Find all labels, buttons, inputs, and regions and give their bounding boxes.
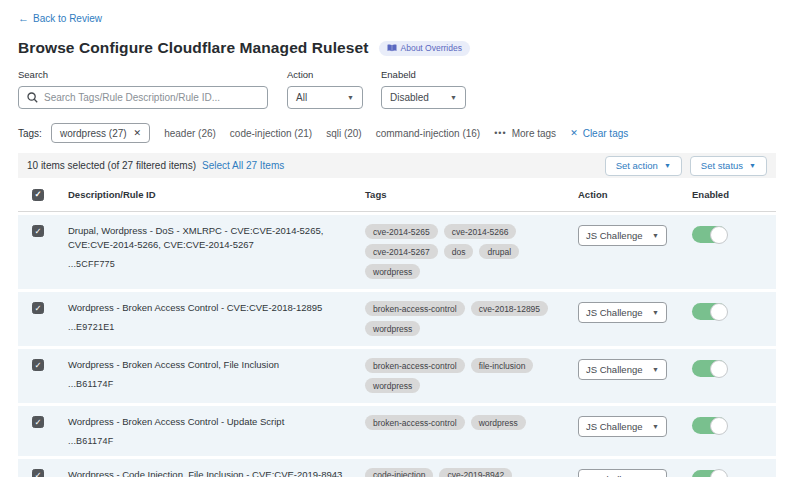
row-action-select[interactable]: JS Challenge ▼ [578,302,667,323]
chevron-down-icon: ▼ [652,309,659,316]
set-action-label: Set action [616,160,658,171]
more-tags-button[interactable]: ••• More tags [494,128,556,139]
select-all-link[interactable]: Select All 27 Items [202,160,284,171]
back-arrow-icon: ← [18,13,29,24]
row-description-cell: Wordpress - Code Injection, File Inclusi… [68,468,365,477]
row-checkbox[interactable] [32,416,44,428]
selected-tag-label: wordpress (27) [60,128,127,139]
row-enabled-toggle[interactable] [692,417,727,434]
table-body: Drupal, Wordpress - DoS - XMLRPC - CVE:C… [18,215,776,477]
action-filter-block: Action All ▼ [287,69,363,109]
row-tags: broken-access-controlwordpress [365,415,578,430]
available-tag[interactable]: sqli (20) [326,128,362,139]
enabled-filter-select[interactable]: Disabled ▼ [381,86,466,109]
row-enabled-toggle[interactable] [692,303,727,320]
table-row: Wordpress - Broken Access Control - CVE:… [18,292,776,346]
back-link-label: Back to Review [33,13,102,24]
action-filter-value: All [296,92,307,103]
remove-tag-icon[interactable]: ✕ [134,128,142,138]
tag-pill: wordpress [471,415,526,430]
row-tags: broken-access-controlfile-inclusionwordp… [365,358,578,393]
row-action-value: JS Challenge [586,307,643,318]
row-description-cell: Drupal, Wordpress - DoS - XMLRPC - CVE:C… [68,224,365,269]
chevron-down-icon: ▼ [450,94,457,101]
row-tags: cve-2014-5265cve-2014-5266cve-2014-5267d… [365,224,578,279]
row-description: Wordpress - Broken Access Control - CVE:… [68,301,365,315]
set-status-button[interactable]: Set status ▼ [690,156,767,176]
page: ← Back to Review Browse Configure Cloudf… [0,0,794,477]
tag-pill: dos [444,244,474,259]
tag-pill: broken-access-control [365,358,465,373]
row-description-cell: Wordpress - Broken Access Control - CVE:… [68,301,365,332]
available-tag[interactable]: header (26) [164,128,216,139]
row-description: Wordpress - Broken Access Control, File … [68,358,365,372]
close-icon: ✕ [570,128,578,138]
column-header-enabled: Enabled [692,189,776,200]
row-action-select[interactable]: JS Challenge ▼ [578,225,667,246]
chevron-down-icon: ▼ [749,162,756,169]
row-action-value: JS Challenge [586,364,643,375]
about-overrides-label: About Overrides [401,43,462,53]
row-enabled-toggle[interactable] [692,470,727,477]
title-row: Browse Configure Cloudflare Managed Rule… [18,39,776,57]
tag-pill: cve-2018-12895 [471,301,548,316]
row-tags: broken-access-controlcve-2018-12895wordp… [365,301,578,336]
tag-pill: wordpress [365,321,420,336]
toggle-knob [710,226,728,244]
tag-pill: cve-2019-8942 [439,468,512,477]
row-checkbox[interactable] [32,302,44,314]
row-action-value: JS Challenge [586,230,643,241]
row-checkbox[interactable] [32,359,44,371]
row-action-select[interactable]: JS Challenge ▼ [578,359,667,380]
row-action-value: JS Challenge [586,421,643,432]
toggle-knob [710,469,728,477]
back-to-review-link[interactable]: ← Back to Review [18,13,102,24]
row-rule-id: ...B61174F [68,379,365,389]
tag-pill: code-injection [365,468,433,477]
table-row: Wordpress - Broken Access Control - Upda… [18,406,776,456]
tag-pill: cve-2014-5267 [365,244,438,259]
selection-summary: 10 items selected (of 27 filtered items) [27,160,196,171]
clear-tags-button[interactable]: ✕ Clear tags [570,128,628,139]
header-checkbox[interactable] [32,189,44,201]
table-header: Description/Rule ID Tags Action Enabled [18,178,776,212]
search-input[interactable] [44,92,259,103]
column-header-action: Action [578,189,692,200]
column-header-tags: Tags [365,189,578,200]
available-tag[interactable]: command-injection (16) [376,128,481,139]
chevron-down-icon: ▼ [652,423,659,430]
row-description: Drupal, Wordpress - DoS - XMLRPC - CVE:C… [68,224,365,252]
selected-tag-chip[interactable]: wordpress (27) ✕ [51,123,150,143]
row-rule-id: ...5CFF775 [68,259,365,269]
toggle-knob [710,417,728,435]
enabled-filter-value: Disabled [390,92,429,103]
row-checkbox[interactable] [32,469,44,477]
more-tags-label: More tags [512,128,556,139]
selection-bar: 10 items selected (of 27 filtered items)… [18,153,776,178]
row-tags: code-injectioncve-2019-8942cve-2019-8943… [365,468,578,477]
row-enabled-toggle[interactable] [692,226,727,243]
row-checkbox[interactable] [32,225,44,237]
row-enabled-toggle[interactable] [692,360,727,377]
search-label: Search [18,69,268,80]
chevron-down-icon: ▼ [347,94,354,101]
column-header-description: Description/Rule ID [68,189,365,200]
about-overrides-badge[interactable]: About Overrides [379,41,470,56]
row-action-select[interactable]: JS Challenge ▼ [578,469,667,477]
tag-pill: drupal [479,244,519,259]
tag-pill: file-inclusion [471,358,534,373]
available-tag[interactable]: code-injection (21) [230,128,312,139]
row-action-select[interactable]: JS Challenge ▼ [578,416,667,437]
row-rule-id: ...E9721E1 [68,322,365,332]
enabled-filter-block: Enabeld Disabled ▼ [381,69,466,109]
row-description-cell: Wordpress - Broken Access Control, File … [68,358,365,389]
action-filter-select[interactable]: All ▼ [287,86,363,109]
toggle-knob [710,303,728,321]
search-icon [27,89,38,107]
clear-tags-label: Clear tags [583,128,629,139]
table-row: Drupal, Wordpress - DoS - XMLRPC - CVE:C… [18,215,776,289]
tag-pill: wordpress [365,264,420,279]
set-action-button[interactable]: Set action ▼ [605,156,682,176]
chevron-down-icon: ▼ [664,162,671,169]
filters-row: Search Action All ▼ Enabeld Disabled ▼ [18,69,776,109]
